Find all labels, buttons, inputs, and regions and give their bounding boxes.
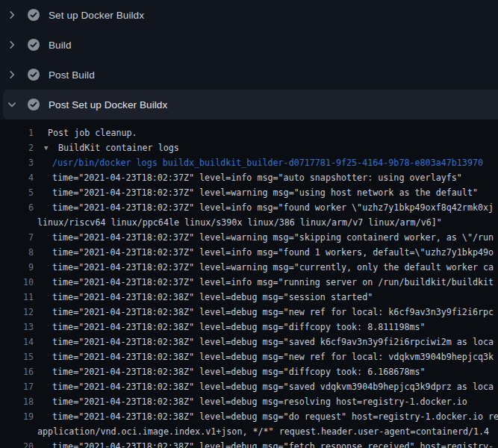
log-line: 2 ▼ BuildKit container logs bbox=[0, 140, 498, 155]
log-line-text: application/vnd.oci.image.index.v1+json,… bbox=[37, 424, 489, 439]
log-line-number[interactable]: 6 bbox=[0, 200, 34, 215]
step-row[interactable]: Post Build bbox=[0, 60, 498, 90]
log-line-text: time="2021-04-23T18:02:38Z" level=debug … bbox=[52, 335, 494, 349]
log-line-text: time="2021-04-23T18:02:38Z" level=debug … bbox=[52, 364, 426, 379]
log-line: linux/riscv64 linux/ppc64le linux/s390x … bbox=[0, 215, 498, 230]
log-line-number[interactable]: 20 bbox=[0, 439, 34, 448]
log-line-number[interactable]: 2 bbox=[0, 140, 34, 155]
log-line-number[interactable]: 19 bbox=[0, 409, 34, 424]
step-label: Set up Docker Buildx bbox=[49, 10, 144, 21]
check-circle-icon bbox=[27, 8, 40, 22]
step-list: Set up Docker Buildx Build Post Build Po… bbox=[0, 0, 498, 119]
log-line-text: time="2021-04-23T18:02:37Z" level=warnin… bbox=[52, 260, 494, 275]
log-line: 20 time="2021-04-23T18:02:38Z" level=deb… bbox=[0, 439, 498, 448]
log-line-text: linux/riscv64 linux/ppc64le linux/s390x … bbox=[37, 215, 442, 230]
step-row[interactable]: Post Set up Docker Buildx bbox=[3, 90, 498, 119]
log-line-number[interactable]: 11 bbox=[0, 290, 34, 305]
chevron-down-icon bbox=[6, 99, 18, 111]
step-label: Build bbox=[49, 40, 72, 51]
log-line: 19 time="2021-04-23T18:02:38Z" level=deb… bbox=[0, 409, 498, 424]
log-line-text: time="2021-04-23T18:02:37Z" level=info m… bbox=[52, 245, 494, 260]
log-line-text: BuildKit container logs bbox=[58, 140, 179, 155]
log-line: 14 time="2021-04-23T18:02:38Z" level=deb… bbox=[0, 335, 498, 349]
log-line: 15 time="2021-04-23T18:02:38Z" level=deb… bbox=[0, 349, 498, 364]
log-line: 11 time="2021-04-23T18:02:38Z" level=deb… bbox=[0, 290, 498, 305]
log-line-text: time="2021-04-23T18:02:38Z" level=debug … bbox=[52, 290, 373, 305]
log-line-text: /usr/bin/docker logs buildx_buildkit_bui… bbox=[52, 155, 483, 170]
log-line-text: time="2021-04-23T18:02:37Z" level=warnin… bbox=[52, 230, 494, 245]
log-line-text: time="2021-04-23T18:02:37Z" level=info m… bbox=[52, 170, 462, 185]
log-line-text: time="2021-04-23T18:02:38Z" level=debug … bbox=[52, 305, 494, 320]
log-line-text: time="2021-04-23T18:02:38Z" level=debug … bbox=[52, 379, 494, 394]
log-line: 16 time="2021-04-23T18:02:38Z" level=deb… bbox=[0, 364, 498, 379]
log-line-number[interactable]: 15 bbox=[0, 349, 34, 364]
check-circle-icon bbox=[27, 68, 40, 81]
check-circle-icon bbox=[27, 38, 40, 52]
step-row[interactable]: Build bbox=[0, 30, 498, 60]
log-line-number[interactable]: 7 bbox=[0, 230, 34, 245]
step-row[interactable]: Set up Docker Buildx bbox=[0, 0, 498, 30]
log-line-text: Post job cleanup. bbox=[48, 125, 137, 140]
log-line: 9 time="2021-04-23T18:02:37Z" level=warn… bbox=[0, 260, 498, 275]
log-line-text: time="2021-04-23T18:02:38Z" level=debug … bbox=[52, 439, 494, 448]
log-line: 1 Post job cleanup. bbox=[0, 125, 498, 140]
log-line: 8 time="2021-04-23T18:02:37Z" level=info… bbox=[0, 245, 498, 260]
log-line-number[interactable]: 5 bbox=[0, 185, 34, 200]
log-line-text: time="2021-04-23T18:02:38Z" level=debug … bbox=[52, 349, 494, 364]
log-line-number[interactable]: 1 bbox=[0, 125, 34, 140]
log-line-number[interactable]: 13 bbox=[0, 320, 34, 335]
log-line-number[interactable]: 3 bbox=[0, 155, 34, 170]
log-line: 5 time="2021-04-23T18:02:37Z" level=warn… bbox=[0, 185, 498, 200]
log-line-number[interactable]: 17 bbox=[0, 379, 34, 394]
triangle-down-icon[interactable]: ▼ bbox=[44, 140, 48, 155]
log-line-number[interactable]: 4 bbox=[0, 170, 34, 185]
log-line-number[interactable]: 18 bbox=[0, 394, 34, 409]
log-line-number[interactable]: 9 bbox=[0, 260, 34, 275]
log-line: 6 time="2021-04-23T18:02:37Z" level=info… bbox=[0, 200, 498, 215]
step-label: Post Build bbox=[49, 69, 95, 81]
chevron-right-icon bbox=[6, 69, 18, 81]
log-line-text: time="2021-04-23T18:02:38Z" level=debug … bbox=[52, 320, 426, 335]
log-line: application/vnd.oci.image.index.v1+json,… bbox=[0, 424, 498, 439]
log-line-number[interactable]: 14 bbox=[0, 335, 34, 349]
log-line: 13 time="2021-04-23T18:02:38Z" level=deb… bbox=[0, 320, 498, 335]
log-line: 7 time="2021-04-23T18:02:37Z" level=warn… bbox=[0, 230, 498, 245]
log-line-text: time="2021-04-23T18:02:38Z" level=debug … bbox=[52, 394, 467, 409]
step-label: Post Set up Docker Buildx bbox=[49, 99, 167, 111]
log-line-number[interactable]: 8 bbox=[0, 245, 34, 260]
log-line: 10 time="2021-04-23T18:02:37Z" level=inf… bbox=[0, 275, 498, 290]
check-circle-icon bbox=[27, 98, 40, 111]
log-line-number[interactable]: 12 bbox=[0, 305, 34, 320]
log-line-number[interactable]: 16 bbox=[0, 364, 34, 379]
log-line-text: time="2021-04-23T18:02:38Z" level=debug … bbox=[52, 409, 498, 424]
log-line-text: time="2021-04-23T18:02:37Z" level=warnin… bbox=[52, 185, 478, 200]
chevron-right-icon bbox=[6, 39, 18, 51]
chevron-right-icon bbox=[6, 9, 18, 21]
log-line: 12 time="2021-04-23T18:02:38Z" level=deb… bbox=[0, 305, 498, 320]
log-output: 1 Post job cleanup. 2 ▼ BuildKit contain… bbox=[0, 119, 498, 448]
log-line-text: time="2021-04-23T18:02:37Z" level=info m… bbox=[52, 200, 494, 215]
log-line: 3 /usr/bin/docker logs buildx_buildkit_b… bbox=[0, 155, 498, 170]
log-line-number[interactable]: 10 bbox=[0, 275, 34, 290]
log-line: 18 time="2021-04-23T18:02:38Z" level=deb… bbox=[0, 394, 498, 409]
actions-log-viewer: Set up Docker Buildx Build Post Build Po… bbox=[0, 0, 498, 448]
log-line-text: time="2021-04-23T18:02:37Z" level=info m… bbox=[52, 275, 494, 290]
log-line: 17 time="2021-04-23T18:02:38Z" level=deb… bbox=[0, 379, 498, 394]
log-line: 4 time="2021-04-23T18:02:37Z" level=info… bbox=[0, 170, 498, 185]
